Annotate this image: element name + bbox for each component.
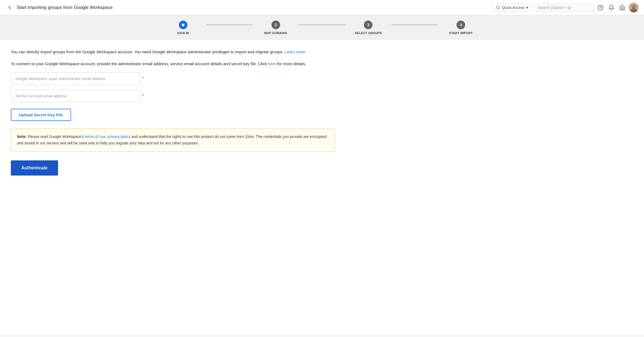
step-connector-1-2 xyxy=(206,25,252,25)
step-4-label: START IMPORT xyxy=(449,31,473,35)
svg-point-7 xyxy=(182,24,185,26)
note-comma: , xyxy=(106,134,107,139)
help-icon xyxy=(598,5,603,11)
admin-email-required-star: * xyxy=(142,76,144,81)
home-icon xyxy=(619,5,625,11)
home-button[interactable] xyxy=(618,4,626,12)
step-3-circle: 3 xyxy=(364,21,373,29)
svg-line-1 xyxy=(499,8,500,9)
step-2: 2 MAP DOMAINS xyxy=(253,21,299,35)
admin-email-input[interactable] xyxy=(11,72,140,85)
note-label: Note: xyxy=(17,134,27,139)
step-2-label: MAP DOMAINS xyxy=(264,31,287,35)
info-text-1: You can directly import groups from the … xyxy=(11,49,283,54)
step-2-circle: 2 xyxy=(271,21,280,29)
learn-more-link[interactable]: Learn more xyxy=(285,49,306,54)
info-text-2-suffix: for more details. xyxy=(277,61,306,66)
back-button[interactable] xyxy=(5,4,14,12)
stepper: SIGN IN 2 MAP DOMAINS 3 SELECT GROUPS 4 … xyxy=(160,21,484,35)
user-avatar[interactable] xyxy=(629,3,639,12)
info-paragraph-2: To connect to your Google Workspace acco… xyxy=(11,61,633,67)
quick-access-dropdown-icon: ▾ xyxy=(526,5,528,10)
step-connector-3-4 xyxy=(391,25,438,25)
step-1-circle xyxy=(179,21,187,29)
admin-email-field-container: * xyxy=(11,72,633,85)
authenticate-button[interactable]: Authenticate xyxy=(11,160,58,176)
app-header: Start importing groups from Google Works… xyxy=(0,0,644,15)
step-connector-2-3 xyxy=(299,25,345,25)
service-email-required-star: * xyxy=(142,94,144,98)
quick-access-label: Quick Access xyxy=(502,5,525,10)
service-email-input[interactable] xyxy=(11,90,140,102)
global-search-input[interactable] xyxy=(534,4,594,12)
upload-secret-key-button[interactable]: Upload Secret Key File xyxy=(11,109,71,121)
note-box: Note: Please read Google Workspace's ter… xyxy=(11,128,335,152)
page-title: Start importing groups from Google Works… xyxy=(17,5,489,10)
notification-icon xyxy=(608,5,614,11)
svg-point-5 xyxy=(632,5,636,9)
notification-button[interactable] xyxy=(607,4,615,12)
step-3: 3 SELECT GROUPS xyxy=(345,21,391,35)
terms-of-use-link[interactable]: terms of use xyxy=(85,134,106,139)
search-icon xyxy=(496,5,500,10)
note-text-prefix: Please read Google Workspace's xyxy=(28,134,84,139)
info-paragraph-1: You can directly import groups from the … xyxy=(11,49,633,55)
service-email-field-container: * xyxy=(11,90,633,102)
privacy-policy-link[interactable]: privacy policy xyxy=(108,134,130,139)
help-button[interactable] xyxy=(596,4,605,12)
header-right-section: Quick Access ▾ xyxy=(492,3,639,12)
main-content: You can directly import groups from the … xyxy=(0,40,644,335)
quick-access-button[interactable]: Quick Access ▾ xyxy=(492,4,532,12)
stepper-section: SIGN IN 2 MAP DOMAINS 3 SELECT GROUPS 4 … xyxy=(0,15,644,40)
step-3-label: SELECT GROUPS xyxy=(355,31,382,35)
step-1-label: SIGN IN xyxy=(177,31,189,35)
step-1: SIGN IN xyxy=(160,21,206,35)
step-4-circle: 4 xyxy=(457,21,465,29)
info-text-2-prefix: To connect to your Google Workspace acco… xyxy=(11,61,267,66)
here-link[interactable]: here xyxy=(268,61,276,66)
step-4: 4 START IMPORT xyxy=(438,21,484,35)
